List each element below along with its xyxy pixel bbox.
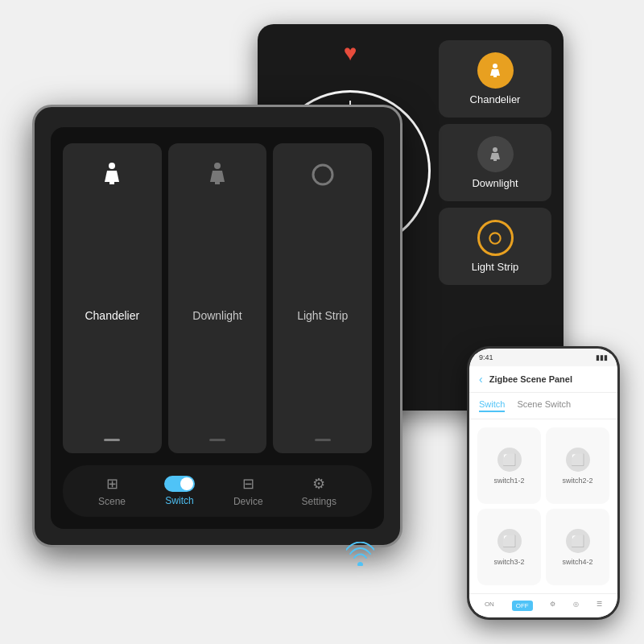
nav-device-icon: ⊟ xyxy=(242,475,254,493)
wifi-icon xyxy=(346,542,374,572)
switch-label-2: switch2-2 xyxy=(562,477,592,485)
phone: 9:41 ▮▮▮ ‹ Zigbee Scene Panel Switch Sce… xyxy=(467,346,620,620)
downlight-label: Downlight xyxy=(472,177,518,189)
chandelier-label: Chandelier xyxy=(470,93,521,105)
phone-screen: 9:41 ▮▮▮ ‹ Zigbee Scene Panel Switch Sce… xyxy=(469,349,617,617)
nav-switch[interactable]: Switch xyxy=(164,476,195,506)
svg-rect-6 xyxy=(109,182,114,184)
back-lightstrip-btn[interactable]: Light Strip xyxy=(439,208,551,285)
downlight-card[interactable]: Downlight xyxy=(168,143,267,453)
switch-label-4: switch4-2 xyxy=(562,558,592,566)
nav-switch-label: Switch xyxy=(165,495,193,506)
downlight-indicator xyxy=(209,439,225,441)
phone-back-icon[interactable]: ‹ xyxy=(479,373,483,386)
phone-on-icon: ON xyxy=(485,601,494,608)
chandelier-icon-active xyxy=(477,52,514,89)
svg-point-2 xyxy=(493,147,497,152)
phone-switch-card-2[interactable]: ⬜ switch2-2 xyxy=(546,427,609,504)
phone-nav-circle[interactable]: ◎ xyxy=(573,601,579,611)
lightstrip-indicator xyxy=(315,439,331,441)
phone-header: ‹ Zigbee Scene Panel xyxy=(469,366,617,393)
chandelier-card-icon xyxy=(97,159,127,193)
phone-circle-icon: ◎ xyxy=(573,601,579,608)
svg-point-0 xyxy=(493,64,497,68)
downlight-card-icon xyxy=(202,159,233,193)
heart-icon: ♥ xyxy=(344,40,357,66)
nav-scene-label: Scene xyxy=(98,496,126,507)
phone-switch-card-1[interactable]: ⬜ switch1-2 xyxy=(477,427,541,504)
svg-point-4 xyxy=(489,233,500,243)
nav-scene[interactable]: ⊞ Scene xyxy=(98,475,126,507)
back-device-right: Chandelier Downlight xyxy=(439,40,551,394)
svg-rect-1 xyxy=(493,76,497,77)
nav-settings[interactable]: ⚙ Settings xyxy=(302,475,336,507)
nav-device[interactable]: ⊟ Device xyxy=(233,475,263,507)
lightstrip-card-name: Light Strip xyxy=(297,309,348,322)
chandelier-card[interactable]: Chandelier xyxy=(63,143,162,453)
nav-settings-icon: ⚙ xyxy=(312,475,325,493)
lightstrip-card-icon xyxy=(308,159,338,193)
chandelier-indicator xyxy=(104,439,120,441)
phone-title: Zigbee Scene Panel xyxy=(489,374,572,384)
phone-tab-scene[interactable]: Scene Switch xyxy=(517,399,571,412)
switch-label-3: switch3-2 xyxy=(493,558,524,566)
back-chandelier-btn[interactable]: Chandelier xyxy=(439,40,551,118)
phone-settings-icon: ☰ xyxy=(597,601,602,608)
phone-nav-settings2[interactable]: ☰ xyxy=(597,601,602,611)
lightstrip-label: Light Strip xyxy=(472,261,519,273)
switch-icon-4: ⬜ xyxy=(566,529,590,553)
svg-point-7 xyxy=(214,163,221,169)
switch-icon-1: ⬜ xyxy=(497,448,522,472)
front-device: Chandelier Downlight xyxy=(32,105,402,547)
back-downlight-btn[interactable]: Downlight xyxy=(439,124,551,201)
phone-switch-card-3[interactable]: ⬜ switch3-2 xyxy=(477,509,541,585)
nav-settings-label: Settings xyxy=(302,496,336,507)
phone-nav-on[interactable]: ON xyxy=(485,601,494,611)
phone-status-bar: 9:41 ▮▮▮ xyxy=(469,349,617,366)
chandelier-card-name: Chandelier xyxy=(85,309,139,322)
phone-tabs: Switch Scene Switch xyxy=(469,393,617,419)
lightstrip-icon-ring xyxy=(477,220,514,256)
switch-icon-3: ⬜ xyxy=(497,529,522,553)
phone-signal: ▮▮▮ xyxy=(596,353,608,361)
toggle-switch-icon xyxy=(164,476,195,492)
front-device-screen: Chandelier Downlight xyxy=(51,127,384,529)
phone-gear-icon: ⚙ xyxy=(550,601,555,608)
phone-off-icon: OFF xyxy=(512,601,533,611)
phone-time: 9:41 xyxy=(479,353,493,361)
svg-rect-3 xyxy=(493,159,497,161)
phone-switch-card-4[interactable]: ⬜ switch4-2 xyxy=(546,509,609,585)
svg-point-9 xyxy=(313,165,332,184)
phone-bottom-nav: ON OFF ⚙ ◎ ☰ xyxy=(469,593,617,617)
nav-device-label: Device xyxy=(233,496,263,507)
downlight-card-name: Downlight xyxy=(192,309,242,322)
svg-rect-8 xyxy=(215,182,220,184)
phone-tab-switch[interactable]: Switch xyxy=(479,399,505,412)
phone-nav-gear[interactable]: ⚙ xyxy=(550,601,555,611)
switch-icon-2: ⬜ xyxy=(566,448,590,472)
svg-point-5 xyxy=(109,163,115,169)
scene-icon: ⊞ xyxy=(106,475,118,493)
switch-label-1: switch1-2 xyxy=(493,477,524,485)
lightstrip-card[interactable]: Light Strip xyxy=(273,143,372,453)
light-controls-row: Chandelier Downlight xyxy=(63,143,372,453)
downlight-icon-inactive xyxy=(477,136,514,172)
bottom-navigation: ⊞ Scene Switch ⊟ Device ⚙ Settings xyxy=(63,465,372,517)
phone-nav-off[interactable]: OFF xyxy=(512,601,533,611)
phone-switch-grid: ⬜ switch1-2 ⬜ switch2-2 ⬜ switch3-2 ⬜ sw… xyxy=(469,419,617,593)
